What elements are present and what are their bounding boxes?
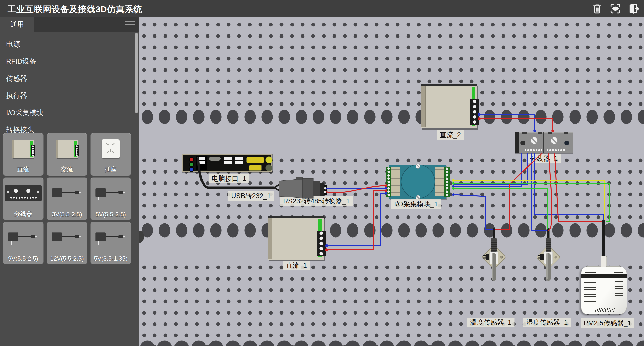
top-bar: 工业互联网设备及接线3D仿真系统 bbox=[0, 0, 644, 17]
component-sidebar: 通用 电源 RFID设备 传感器 执行器 I/O采集模块 转换接头 直流 交流 … bbox=[0, 17, 139, 346]
terminal-row[interactable] bbox=[524, 149, 542, 151]
view-focus-button[interactable] bbox=[608, 2, 622, 16]
usb-port[interactable] bbox=[224, 157, 232, 160]
device-dc-power-1[interactable] bbox=[268, 216, 324, 260]
terminal-block[interactable] bbox=[317, 231, 326, 256]
audio-jack-green bbox=[189, 162, 194, 167]
socket-thumb bbox=[102, 139, 120, 158]
topbar-actions bbox=[590, 2, 640, 16]
device-label: I/O采集模块_1 bbox=[391, 199, 441, 209]
category-item-io-module[interactable]: I/O采集模块 bbox=[0, 104, 139, 121]
component-card-9v[interactable]: 9V(5.5-2.5) bbox=[3, 222, 43, 264]
component-card-socket[interactable]: 插座 bbox=[91, 133, 131, 176]
usb-port[interactable] bbox=[235, 157, 243, 160]
ac-power-thumb bbox=[56, 140, 78, 158]
adapter-thumb bbox=[8, 230, 38, 245]
hamburger-icon[interactable] bbox=[125, 21, 135, 27]
exit-button[interactable] bbox=[626, 2, 640, 16]
device-label: RS232转485转换器_1 bbox=[280, 196, 353, 206]
device-pm25-sensor[interactable] bbox=[581, 266, 627, 314]
device-label: 直流_1 bbox=[283, 261, 310, 270]
category-item-power[interactable]: 电源 bbox=[0, 36, 139, 53]
adapter-thumb bbox=[95, 186, 126, 200]
category-item-sensor[interactable]: 传感器 bbox=[0, 70, 139, 87]
component-card-splitter[interactable]: 分线器 bbox=[3, 178, 43, 220]
pegboard-hole-band bbox=[139, 110, 644, 124]
serial-port-db9[interactable] bbox=[249, 165, 262, 171]
device-splitter[interactable] bbox=[515, 132, 573, 153]
sidebar-scrollbar[interactable] bbox=[135, 33, 138, 113]
device-label: PM2.5传感器_1 bbox=[581, 318, 634, 328]
device-label: 电脑接口_1 bbox=[209, 174, 249, 183]
splitter-thumb bbox=[5, 185, 42, 201]
adapter-thumb bbox=[52, 230, 82, 245]
serial-port-db25[interactable] bbox=[246, 157, 264, 163]
pegboard-dots bbox=[139, 19, 644, 110]
component-card-ac[interactable]: 交流 bbox=[47, 133, 87, 176]
audio-jack-red bbox=[189, 157, 194, 162]
category-list: 电源 RFID设备 传感器 执行器 I/O采集模块 转换接头 bbox=[0, 32, 139, 139]
component-card-5v[interactable]: 5V(5.5-2.5) bbox=[91, 178, 131, 220]
component-card-dc[interactable]: 直流 bbox=[3, 133, 43, 176]
device-label: 温度传感器_1 bbox=[467, 318, 514, 327]
workspace-canvas[interactable]: 直流_2 电脑接口_1 USB转232_1 RS232转485转换器_1 I/O… bbox=[139, 17, 644, 346]
ps2-port bbox=[265, 164, 272, 171]
category-item-rfid[interactable]: RFID设备 bbox=[0, 53, 139, 70]
usb-port[interactable] bbox=[235, 161, 243, 164]
pegboard-hole-band bbox=[139, 223, 644, 238]
usb-port[interactable] bbox=[197, 157, 205, 160]
dc-power-thumb bbox=[12, 140, 34, 158]
sidebar-tab-row: 通用 bbox=[0, 17, 139, 32]
device-pc-interface[interactable] bbox=[182, 154, 272, 172]
device-io-module[interactable] bbox=[389, 165, 446, 199]
component-card-3v[interactable]: 3V(5.5-2.5) bbox=[47, 178, 87, 220]
usb-port[interactable] bbox=[224, 161, 232, 164]
device-label: 分线器_1 bbox=[527, 154, 561, 163]
app-title: 工业互联网设备及接线3D仿真系统 bbox=[8, 4, 142, 15]
adapter-thumb bbox=[52, 186, 82, 200]
ps2-port bbox=[265, 156, 272, 163]
pegboard-hole-band bbox=[139, 335, 644, 346]
device-label: 湿度传感器_1 bbox=[523, 318, 571, 327]
adapter-thumb bbox=[95, 230, 126, 245]
trash-icon bbox=[591, 2, 604, 15]
component-grid: 直流 交流 插座 分线器 3V(5.5-2.5) 5V(5.5-2.5) 9V(… bbox=[3, 133, 131, 264]
pegboard-dots bbox=[139, 262, 644, 346]
device-label: USB转232_1 bbox=[228, 191, 274, 201]
terminal-strip-right[interactable] bbox=[444, 167, 450, 197]
eye-scan-icon bbox=[609, 2, 622, 15]
tab-general[interactable]: 通用 bbox=[0, 17, 34, 32]
exit-door-icon bbox=[627, 2, 640, 15]
component-card-12v[interactable]: 12V(5.5-2.5) bbox=[47, 222, 87, 264]
category-item-actuator[interactable]: 执行器 bbox=[0, 87, 139, 104]
terminal-block[interactable] bbox=[470, 99, 479, 125]
component-card-5v-mini[interactable]: 5V(3.5-1.35) bbox=[91, 222, 131, 264]
audio-jack-blue bbox=[189, 167, 194, 172]
delete-button[interactable] bbox=[590, 2, 604, 16]
terminal-strip-left[interactable] bbox=[386, 167, 391, 197]
device-label: 直流_2 bbox=[437, 130, 464, 140]
device-dc-power-2[interactable] bbox=[421, 84, 477, 128]
terminal-row[interactable] bbox=[546, 149, 565, 151]
usb-port[interactable] bbox=[197, 161, 205, 164]
